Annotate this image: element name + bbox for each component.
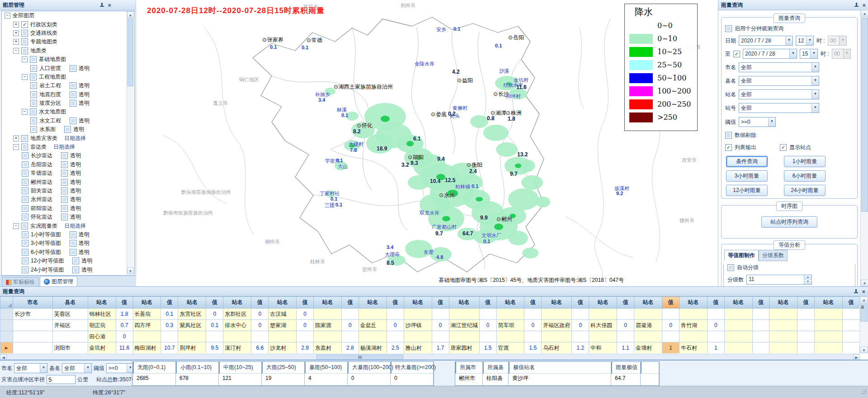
transparent-option[interactable]: 透明 bbox=[61, 161, 81, 169]
value-column-header[interactable]: 值 bbox=[707, 297, 724, 309]
transparent-checkbox[interactable] bbox=[70, 82, 76, 89]
chevron-down-icon[interactable]: ▼ bbox=[811, 63, 819, 72]
auto-grade-checkbox[interactable] bbox=[727, 264, 734, 271]
transparent-option[interactable]: 透明 bbox=[72, 257, 92, 265]
tree-item[interactable]: 长沙雷达透明 bbox=[2, 151, 134, 160]
close-icon[interactable]: × bbox=[862, 289, 865, 295]
collapse-icon[interactable]: − bbox=[22, 56, 28, 62]
query-button-5[interactable]: 24小时雨量 bbox=[784, 185, 826, 196]
iso-tab-1[interactable]: 分级系数 bbox=[759, 250, 788, 261]
city-column-header[interactable]: 市名 bbox=[13, 297, 52, 309]
transparent-option[interactable]: 透明 bbox=[61, 169, 81, 177]
station-column-header[interactable]: 站名 bbox=[634, 297, 662, 309]
transparent-option[interactable]: 透明 bbox=[61, 178, 81, 186]
transparent-option[interactable]: 透明 bbox=[70, 239, 90, 247]
layer-checkbox[interactable] bbox=[21, 47, 28, 54]
transparent-checkbox[interactable] bbox=[72, 267, 79, 273]
layer-checkbox[interactable] bbox=[22, 161, 28, 168]
layer-checkbox[interactable] bbox=[30, 100, 37, 107]
station-column-header[interactable]: 站名 bbox=[223, 297, 251, 309]
to-hour-combo[interactable]: 15 ▼ bbox=[800, 49, 818, 59]
table-row[interactable]: 长沙市芙蓉区锦林社区1.8长善垸0.1东宜社区0东郡社区0古汉城0 bbox=[0, 309, 860, 320]
transparent-checkbox[interactable] bbox=[70, 117, 76, 124]
chevron-down-icon[interactable]: ▼ bbox=[811, 76, 819, 85]
value-column-header[interactable]: 值 bbox=[617, 297, 634, 309]
tree-item[interactable]: −雷达类日期选择 bbox=[2, 143, 134, 151]
right-panel-scrollbar[interactable]: ▲ ▼ bbox=[860, 10, 868, 286]
transparent-option[interactable]: 透明 bbox=[61, 213, 81, 221]
collapse-icon[interactable]: − bbox=[13, 48, 19, 54]
tab-military-plot[interactable]: 军标标绘 bbox=[2, 277, 39, 287]
transparent-option[interactable]: 透明 bbox=[61, 152, 81, 159]
tree-item[interactable]: −地质类 bbox=[2, 47, 134, 55]
layer-checkbox[interactable] bbox=[30, 56, 37, 63]
transparent-checkbox[interactable] bbox=[70, 100, 76, 107]
layer-checkbox[interactable] bbox=[22, 214, 28, 220]
transparent-checkbox[interactable] bbox=[72, 258, 79, 264]
scroll-down-icon[interactable]: ▼ bbox=[127, 267, 134, 274]
transparent-option[interactable]: 透明 bbox=[70, 248, 90, 256]
query-button-3[interactable]: 6小时雨量 bbox=[784, 170, 826, 182]
tree-item[interactable]: −水文地质图 bbox=[2, 108, 134, 116]
station-column-header[interactable]: 站名 bbox=[314, 297, 342, 309]
tree-item[interactable]: 6小时等值图透明 bbox=[2, 248, 134, 257]
to-date-combo[interactable]: 2020 / 7 / 28 ▼ bbox=[743, 49, 797, 59]
layer-checkbox[interactable] bbox=[22, 196, 28, 203]
chevron-down-icon[interactable]: ▼ bbox=[811, 103, 819, 112]
pin-icon[interactable] bbox=[854, 289, 858, 294]
transparent-checkbox[interactable] bbox=[64, 126, 71, 133]
tree-item[interactable]: 24小时等值图透明 bbox=[2, 265, 134, 274]
tree-item[interactable]: +行政区划类 bbox=[2, 20, 134, 28]
chevron-down-icon[interactable]: ▼ bbox=[40, 364, 47, 373]
transparent-checkbox[interactable] bbox=[61, 161, 68, 168]
transparent-option[interactable]: 透明 bbox=[64, 126, 84, 133]
row-selector[interactable] bbox=[0, 331, 13, 342]
grade-count-stepper[interactable]: 11 ▲▼ bbox=[746, 275, 812, 285]
tree-item[interactable]: +交通路线类 bbox=[2, 29, 134, 37]
resize-grip[interactable] bbox=[861, 389, 867, 394]
layer-checkbox[interactable] bbox=[30, 74, 37, 80]
close-icon[interactable]: × bbox=[108, 2, 111, 8]
transparent-option[interactable]: 透明 bbox=[70, 117, 90, 125]
collapse-icon[interactable]: − bbox=[22, 109, 28, 115]
station-column-header[interactable]: 站名 bbox=[815, 297, 843, 309]
transparent-option[interactable]: 透明 bbox=[72, 266, 92, 274]
layer-checkbox[interactable] bbox=[30, 126, 37, 133]
collapse-icon[interactable]: − bbox=[13, 144, 19, 150]
query-button-1[interactable]: 1小时雨量 bbox=[784, 156, 826, 167]
tree-item[interactable]: 坡度分区透明 bbox=[2, 99, 134, 108]
pin-icon[interactable] bbox=[854, 3, 859, 8]
tab-layer-manager[interactable]: 图层管理 bbox=[40, 276, 77, 287]
threshold-combo[interactable]: >=0 ▼ bbox=[739, 117, 776, 127]
value-column-header[interactable]: 值 bbox=[116, 297, 133, 309]
row-selector[interactable] bbox=[0, 320, 13, 331]
station-column-header[interactable]: 站名 bbox=[404, 297, 432, 309]
from-date-combo[interactable]: 2020 / 7 / 28 ▼ bbox=[739, 36, 793, 46]
layer-checkbox[interactable] bbox=[30, 82, 37, 89]
station-column-header[interactable]: 站名 bbox=[589, 297, 617, 309]
from-hour-combo[interactable]: 12 ▼ bbox=[796, 36, 814, 46]
layer-checkbox[interactable] bbox=[21, 223, 28, 229]
tree-item[interactable]: −全部图层 bbox=[2, 11, 134, 20]
tree-item[interactable]: +专题地图类 bbox=[2, 37, 134, 46]
station-column-header[interactable]: 站名 bbox=[724, 297, 752, 309]
transparent-option[interactable]: 透明 bbox=[70, 231, 90, 239]
transparent-option[interactable]: 透明 bbox=[70, 99, 90, 107]
transparent-option[interactable]: 透明 bbox=[61, 187, 81, 195]
station-column-header[interactable]: 站名 bbox=[496, 297, 524, 309]
tree-item[interactable]: 地震烈度透明 bbox=[2, 90, 134, 99]
query-button-2[interactable]: 3小时雨量 bbox=[726, 170, 768, 182]
tree-item[interactable]: 岩土工程透明 bbox=[2, 81, 134, 90]
transparent-checkbox[interactable] bbox=[61, 179, 68, 186]
transparent-checkbox[interactable] bbox=[61, 196, 68, 203]
layer-checkbox[interactable] bbox=[21, 38, 28, 45]
tree-item[interactable]: 水系面透明 bbox=[2, 125, 134, 134]
station-column-header[interactable]: 站名 bbox=[542, 297, 572, 309]
layer-checkbox[interactable] bbox=[22, 205, 28, 212]
value-column-header[interactable]: 值 bbox=[161, 297, 178, 309]
collapse-icon[interactable]: − bbox=[13, 223, 19, 229]
scroll-thumb[interactable]: ≡ bbox=[860, 304, 868, 322]
layer-checkbox[interactable] bbox=[21, 30, 28, 37]
tree-item[interactable]: +地质灾害类日期选择 bbox=[2, 134, 134, 142]
value-column-header[interactable]: 值 bbox=[341, 297, 359, 309]
